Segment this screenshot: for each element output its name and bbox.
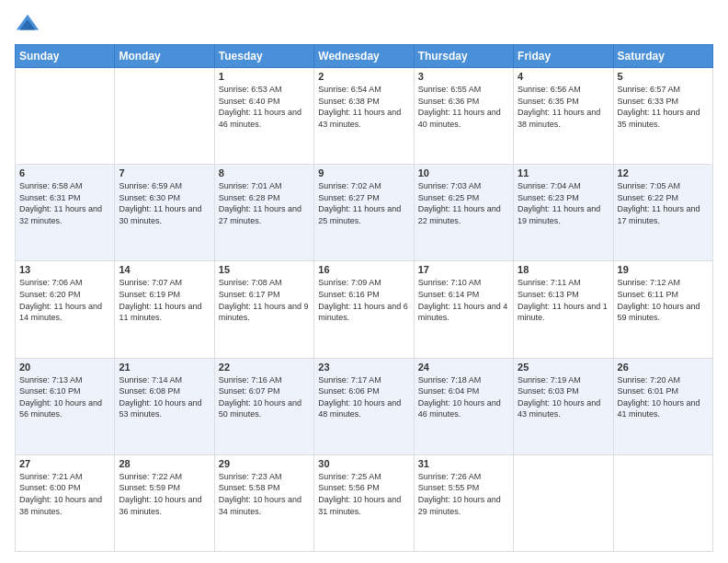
- day-number: 8: [219, 167, 310, 178]
- calendar-cell-4-4: 23Sunrise: 7:17 AMSunset: 6:06 PMDayligh…: [314, 358, 414, 454]
- day-info: Sunrise: 7:03 AMSunset: 6:25 PMDaylight:…: [418, 180, 509, 226]
- calendar-cell-5-1: 27Sunrise: 7:21 AMSunset: 6:00 PMDayligh…: [16, 454, 115, 551]
- calendar-cell-1-1: [16, 68, 115, 165]
- calendar-header-row: SundayMondayTuesdayWednesdayThursdayFrid…: [16, 45, 713, 68]
- day-info: Sunrise: 7:19 AMSunset: 6:03 PMDaylight:…: [518, 374, 609, 420]
- calendar-cell-3-1: 13Sunrise: 7:06 AMSunset: 6:20 PMDayligh…: [16, 261, 115, 358]
- day-number: 11: [518, 167, 609, 178]
- calendar-cell-4-3: 22Sunrise: 7:16 AMSunset: 6:07 PMDayligh…: [214, 358, 313, 454]
- day-number: 30: [318, 458, 409, 469]
- day-info: Sunrise: 6:53 AMSunset: 6:40 PMDaylight:…: [219, 84, 310, 130]
- calendar-cell-1-7: 5Sunrise: 6:57 AMSunset: 6:33 PMDaylight…: [613, 68, 712, 165]
- calendar-cell-4-5: 24Sunrise: 7:18 AMSunset: 6:04 PMDayligh…: [414, 358, 513, 454]
- calendar-cell-5-3: 29Sunrise: 7:23 AMSunset: 5:58 PMDayligh…: [214, 454, 313, 551]
- calendar-table: SundayMondayTuesdayWednesdayThursdayFrid…: [15, 44, 713, 552]
- calendar-cell-3-2: 14Sunrise: 7:07 AMSunset: 6:19 PMDayligh…: [115, 261, 214, 358]
- calendar-cell-5-2: 28Sunrise: 7:22 AMSunset: 5:59 PMDayligh…: [115, 454, 214, 551]
- calendar-cell-3-5: 17Sunrise: 7:10 AMSunset: 6:14 PMDayligh…: [414, 261, 513, 358]
- day-number: 26: [618, 362, 709, 373]
- day-info: Sunrise: 7:23 AMSunset: 5:58 PMDaylight:…: [219, 471, 310, 517]
- day-number: 31: [418, 458, 509, 469]
- day-header-wednesday: Wednesday: [314, 45, 414, 68]
- day-header-sunday: Sunday: [16, 45, 115, 68]
- day-number: 20: [19, 362, 110, 373]
- day-info: Sunrise: 7:10 AMSunset: 6:14 PMDaylight:…: [418, 277, 509, 323]
- day-number: 22: [219, 362, 310, 373]
- day-header-thursday: Thursday: [414, 45, 513, 68]
- day-info: Sunrise: 7:12 AMSunset: 6:11 PMDaylight:…: [618, 277, 709, 323]
- day-number: 24: [418, 362, 509, 373]
- day-number: 6: [19, 167, 110, 178]
- day-number: 28: [119, 458, 210, 469]
- calendar-cell-1-2: [115, 68, 214, 165]
- day-info: Sunrise: 6:57 AMSunset: 6:33 PMDaylight:…: [618, 84, 709, 130]
- day-number: 12: [618, 167, 709, 178]
- day-number: 25: [518, 362, 609, 373]
- day-number: 16: [318, 264, 409, 275]
- day-header-saturday: Saturday: [613, 45, 712, 68]
- day-number: 14: [119, 264, 210, 275]
- day-number: 3: [418, 71, 509, 82]
- calendar-cell-5-6: [514, 454, 613, 551]
- day-info: Sunrise: 7:21 AMSunset: 6:00 PMDaylight:…: [19, 471, 110, 517]
- calendar-cell-2-6: 11Sunrise: 7:04 AMSunset: 6:23 PMDayligh…: [514, 165, 613, 261]
- day-number: 10: [418, 167, 509, 178]
- day-info: Sunrise: 7:11 AMSunset: 6:13 PMDaylight:…: [518, 277, 609, 323]
- calendar-cell-2-2: 7Sunrise: 6:59 AMSunset: 6:30 PMDaylight…: [115, 165, 214, 261]
- day-number: 5: [618, 71, 709, 82]
- logo-icon: [15, 11, 40, 37]
- calendar-week-5: 27Sunrise: 7:21 AMSunset: 6:00 PMDayligh…: [16, 454, 713, 551]
- calendar-cell-4-2: 21Sunrise: 7:14 AMSunset: 6:08 PMDayligh…: [115, 358, 214, 454]
- day-header-monday: Monday: [115, 45, 214, 68]
- logo: [15, 11, 44, 37]
- day-info: Sunrise: 7:14 AMSunset: 6:08 PMDaylight:…: [119, 374, 210, 420]
- header: [15, 11, 713, 37]
- day-number: 29: [219, 458, 310, 469]
- day-info: Sunrise: 7:26 AMSunset: 5:55 PMDaylight:…: [418, 471, 509, 517]
- day-info: Sunrise: 6:58 AMSunset: 6:31 PMDaylight:…: [19, 180, 110, 226]
- calendar-cell-1-5: 3Sunrise: 6:55 AMSunset: 6:36 PMDaylight…: [414, 68, 513, 165]
- day-header-friday: Friday: [514, 45, 613, 68]
- calendar-cell-3-4: 16Sunrise: 7:09 AMSunset: 6:16 PMDayligh…: [314, 261, 414, 358]
- day-number: 13: [19, 264, 110, 275]
- day-info: Sunrise: 6:54 AMSunset: 6:38 PMDaylight:…: [318, 84, 409, 130]
- day-info: Sunrise: 7:25 AMSunset: 5:56 PMDaylight:…: [318, 471, 409, 517]
- day-info: Sunrise: 7:13 AMSunset: 6:10 PMDaylight:…: [19, 374, 110, 420]
- calendar-cell-1-4: 2Sunrise: 6:54 AMSunset: 6:38 PMDaylight…: [314, 68, 414, 165]
- day-info: Sunrise: 7:20 AMSunset: 6:01 PMDaylight:…: [618, 374, 709, 420]
- day-info: Sunrise: 6:59 AMSunset: 6:30 PMDaylight:…: [119, 180, 210, 226]
- calendar-cell-4-6: 25Sunrise: 7:19 AMSunset: 6:03 PMDayligh…: [514, 358, 613, 454]
- calendar-cell-2-5: 10Sunrise: 7:03 AMSunset: 6:25 PMDayligh…: [414, 165, 513, 261]
- day-info: Sunrise: 7:08 AMSunset: 6:17 PMDaylight:…: [219, 277, 310, 323]
- day-info: Sunrise: 7:18 AMSunset: 6:04 PMDaylight:…: [418, 374, 509, 420]
- day-info: Sunrise: 7:01 AMSunset: 6:28 PMDaylight:…: [219, 180, 310, 226]
- day-info: Sunrise: 7:05 AMSunset: 6:22 PMDaylight:…: [618, 180, 709, 226]
- calendar-cell-3-6: 18Sunrise: 7:11 AMSunset: 6:13 PMDayligh…: [514, 261, 613, 358]
- day-info: Sunrise: 7:06 AMSunset: 6:20 PMDaylight:…: [19, 277, 110, 323]
- calendar-week-4: 20Sunrise: 7:13 AMSunset: 6:10 PMDayligh…: [16, 358, 713, 454]
- calendar-week-1: 1Sunrise: 6:53 AMSunset: 6:40 PMDaylight…: [16, 68, 713, 165]
- day-number: 7: [119, 167, 210, 178]
- day-number: 4: [518, 71, 609, 82]
- day-header-tuesday: Tuesday: [214, 45, 313, 68]
- day-number: 1: [219, 71, 310, 82]
- day-number: 18: [518, 264, 609, 275]
- day-info: Sunrise: 7:07 AMSunset: 6:19 PMDaylight:…: [119, 277, 210, 323]
- calendar-cell-2-1: 6Sunrise: 6:58 AMSunset: 6:31 PMDaylight…: [16, 165, 115, 261]
- calendar-cell-5-5: 31Sunrise: 7:26 AMSunset: 5:55 PMDayligh…: [414, 454, 513, 551]
- day-number: 17: [418, 264, 509, 275]
- day-info: Sunrise: 7:02 AMSunset: 6:27 PMDaylight:…: [318, 180, 409, 226]
- calendar-cell-1-6: 4Sunrise: 6:56 AMSunset: 6:35 PMDaylight…: [514, 68, 613, 165]
- day-number: 19: [618, 264, 709, 275]
- calendar-cell-2-3: 8Sunrise: 7:01 AMSunset: 6:28 PMDaylight…: [214, 165, 313, 261]
- day-number: 21: [119, 362, 210, 373]
- calendar-cell-5-4: 30Sunrise: 7:25 AMSunset: 5:56 PMDayligh…: [314, 454, 414, 551]
- calendar-cell-3-3: 15Sunrise: 7:08 AMSunset: 6:17 PMDayligh…: [214, 261, 313, 358]
- day-info: Sunrise: 7:22 AMSunset: 5:59 PMDaylight:…: [119, 471, 210, 517]
- day-info: Sunrise: 7:04 AMSunset: 6:23 PMDaylight:…: [518, 180, 609, 226]
- day-number: 9: [318, 167, 409, 178]
- calendar-cell-2-7: 12Sunrise: 7:05 AMSunset: 6:22 PMDayligh…: [613, 165, 712, 261]
- day-info: Sunrise: 7:09 AMSunset: 6:16 PMDaylight:…: [318, 277, 409, 323]
- day-info: Sunrise: 6:56 AMSunset: 6:35 PMDaylight:…: [518, 84, 609, 130]
- calendar-week-3: 13Sunrise: 7:06 AMSunset: 6:20 PMDayligh…: [16, 261, 713, 358]
